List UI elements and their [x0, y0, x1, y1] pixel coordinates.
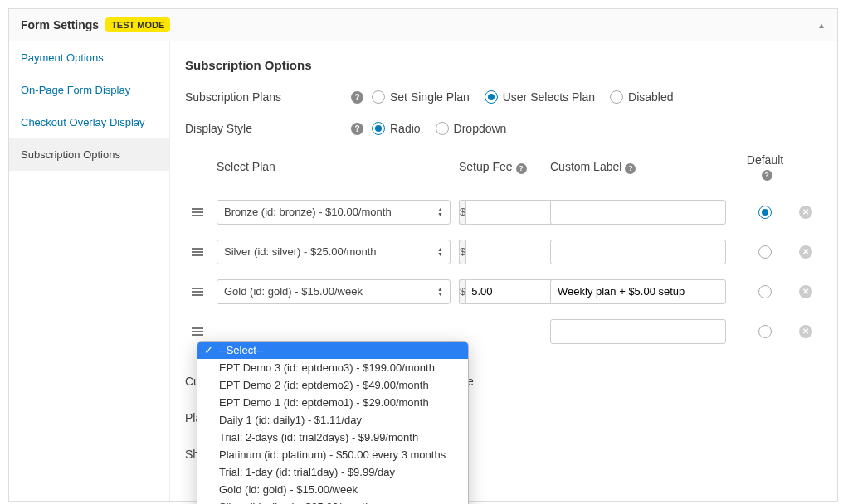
plan-select-value: Bronze (id: bronze) - $10.00/month	[224, 206, 392, 218]
select-arrows-icon: ▲▼	[437, 247, 443, 257]
default-radio[interactable]	[758, 285, 772, 298]
custom-label-input[interactable]	[550, 240, 726, 264]
dropdown-item[interactable]: Platinum (id: platinum) - $50.00 every 3…	[197, 446, 468, 463]
dropdown-item[interactable]: EPT Demo 2 (id: eptdemo2) - $49.00/month	[197, 376, 468, 394]
col-header-default: Default?	[741, 153, 789, 181]
remove-row-icon[interactable]: ✕	[799, 325, 812, 338]
subscription-plans-label: Subscription Plans	[185, 90, 351, 104]
radio-disabled[interactable]: Disabled	[610, 90, 673, 104]
panel-header: Form Settings TEST MODE ▲	[9, 9, 837, 41]
radio-circle-icon	[758, 245, 772, 259]
sidebar-item-on-page-form-display[interactable]: On-Page Form Display	[9, 74, 169, 106]
custom-label-input[interactable]	[550, 319, 726, 344]
drag-handle-icon[interactable]	[185, 208, 210, 216]
remove-row-icon[interactable]: ✕	[799, 285, 812, 298]
radio-circle-icon	[436, 122, 449, 135]
sidebar-item-payment-options[interactable]: Payment Options	[9, 41, 169, 74]
test-mode-badge: TEST MODE	[105, 17, 170, 32]
panel-title: Form Settings TEST MODE	[21, 17, 170, 32]
table-row: Bronze (id: bronze) - $10.00/month ▲▼ $ …	[185, 192, 822, 232]
currency-prefix: $	[459, 200, 465, 225]
display-style-row: Display Style ? Radio Dropdown	[185, 122, 822, 135]
sidebar-item-checkout-overlay-display[interactable]: Checkout Overlay Display	[9, 106, 169, 138]
plan-dropdown-menu: --Select-- EPT Demo 3 (id: eptdemo3) - $…	[197, 341, 469, 504]
section-title: Subscription Options	[185, 58, 822, 72]
radio-circle-icon	[372, 90, 385, 104]
display-style-radio-group: Radio Dropdown	[372, 122, 506, 135]
sidebar: Payment Options On-Page Form Display Che…	[9, 41, 170, 501]
drag-handle-icon[interactable]	[185, 248, 210, 256]
radio-label: Dropdown	[454, 122, 507, 135]
col-header-fee: Setup Fee?	[459, 160, 550, 174]
default-radio[interactable]	[758, 245, 772, 259]
panel-body: Payment Options On-Page Form Display Che…	[9, 41, 837, 501]
select-arrows-icon: ▲▼	[437, 287, 443, 297]
dropdown-item[interactable]: Gold (id: gold) - $15.00/week	[197, 481, 468, 498]
sidebar-item-subscription-options[interactable]: Subscription Options	[9, 138, 169, 171]
custom-label-input[interactable]	[550, 279, 726, 304]
default-radio[interactable]	[758, 325, 772, 338]
plan-select[interactable]: Silver (id: silver) - $25.00/month ▲▼	[217, 240, 451, 264]
radio-style-radio[interactable]: Radio	[372, 122, 421, 135]
dropdown-item[interactable]: EPT Demo 3 (id: eptdemo3) - $199.00/mont…	[197, 359, 468, 376]
radio-circle-icon	[372, 122, 385, 135]
radio-user-selects-plan[interactable]: User Selects Plan	[485, 90, 595, 104]
select-arrows-icon: ▲▼	[437, 207, 443, 217]
table-row: Gold (id: gold) - $15.00/week ▲▼ $ ✕	[185, 272, 822, 312]
radio-set-single-plan[interactable]: Set Single Plan	[372, 90, 470, 104]
panel-title-text: Form Settings	[21, 18, 99, 32]
plan-table-header: Select Plan Setup Fee? Custom Label? Def…	[185, 153, 822, 192]
table-row: Silver (id: silver) - $25.00/month ▲▼ $ …	[185, 232, 822, 272]
plan-mode-radio-group: Set Single Plan User Selects Plan Disabl…	[372, 90, 674, 104]
content-area: Subscription Options Subscription Plans …	[170, 41, 837, 501]
collapse-toggle-icon[interactable]: ▲	[817, 21, 826, 30]
col-header-label: Custom Label?	[550, 160, 741, 174]
help-icon[interactable]: ?	[516, 163, 527, 174]
custom-label-input[interactable]	[550, 200, 726, 225]
help-icon[interactable]: ?	[351, 91, 363, 104]
dropdown-item[interactable]: Trial: 1-day (id: trial1day) - $9.99/day	[197, 463, 468, 481]
radio-label: User Selects Plan	[503, 90, 595, 104]
radio-circle-icon	[485, 90, 498, 104]
plan-select-value: Gold (id: gold) - $15.00/week	[224, 285, 363, 298]
dropdown-item-select-placeholder[interactable]: --Select--	[197, 342, 468, 359]
display-style-label: Display Style	[185, 122, 351, 135]
plan-table: Select Plan Setup Fee? Custom Label? Def…	[185, 153, 822, 351]
form-settings-panel: Form Settings TEST MODE ▲ Payment Option…	[8, 8, 838, 502]
remove-row-icon[interactable]: ✕	[799, 245, 812, 259]
currency-prefix: $	[459, 279, 465, 304]
drag-handle-icon[interactable]	[185, 288, 210, 296]
radio-circle-icon	[610, 90, 623, 104]
help-icon[interactable]: ?	[351, 123, 363, 135]
drag-handle-icon[interactable]	[185, 327, 210, 336]
radio-circle-icon	[758, 285, 772, 298]
currency-prefix: $	[459, 240, 465, 264]
radio-circle-icon	[758, 325, 772, 338]
plan-select[interactable]: Gold (id: gold) - $15.00/week ▲▼	[217, 279, 451, 304]
radio-label: Radio	[390, 122, 421, 135]
default-radio[interactable]	[758, 206, 772, 219]
subscription-plans-row: Subscription Plans ? Set Single Plan Use…	[185, 90, 822, 104]
plan-select-value: Silver (id: silver) - $25.00/month	[224, 245, 377, 258]
remove-row-icon[interactable]: ✕	[799, 206, 812, 219]
dropdown-item[interactable]: Daily 1 (id: daily1) - $1.11/day	[197, 411, 468, 429]
radio-label: Disabled	[628, 90, 673, 104]
radio-style-dropdown[interactable]: Dropdown	[436, 122, 507, 135]
help-icon[interactable]: ?	[625, 163, 636, 174]
plan-select[interactable]: Bronze (id: bronze) - $10.00/month ▲▼	[217, 200, 451, 225]
radio-circle-icon	[758, 206, 772, 219]
col-header-plan: Select Plan	[210, 160, 459, 173]
radio-label: Set Single Plan	[390, 90, 470, 104]
dropdown-item[interactable]: EPT Demo 1 (id: eptdemo1) - $29.00/month	[197, 394, 468, 411]
help-icon[interactable]: ?	[762, 170, 772, 181]
dropdown-item[interactable]: Trial: 2-days (id: trial2days) - $9.99/m…	[197, 429, 468, 446]
dropdown-item[interactable]: Silver (id: silver) - $25.00/month	[197, 498, 468, 504]
